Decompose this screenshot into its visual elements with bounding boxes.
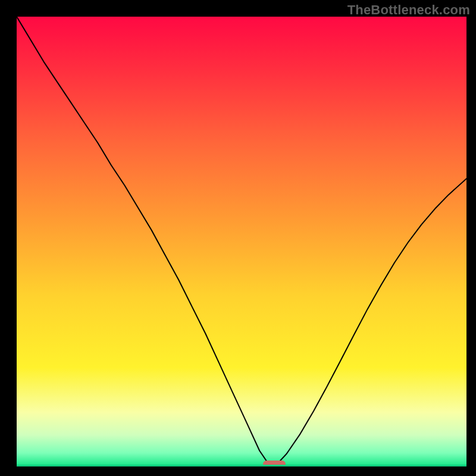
watermark-text: TheBottleneck.com — [347, 2, 470, 18]
gradient-field — [17, 17, 466, 466]
plot-area — [17, 17, 466, 466]
outer-frame: TheBottleneck.com — [0, 0, 476, 476]
bottleneck-chart — [17, 17, 466, 466]
baseline-strip — [17, 465, 466, 466]
